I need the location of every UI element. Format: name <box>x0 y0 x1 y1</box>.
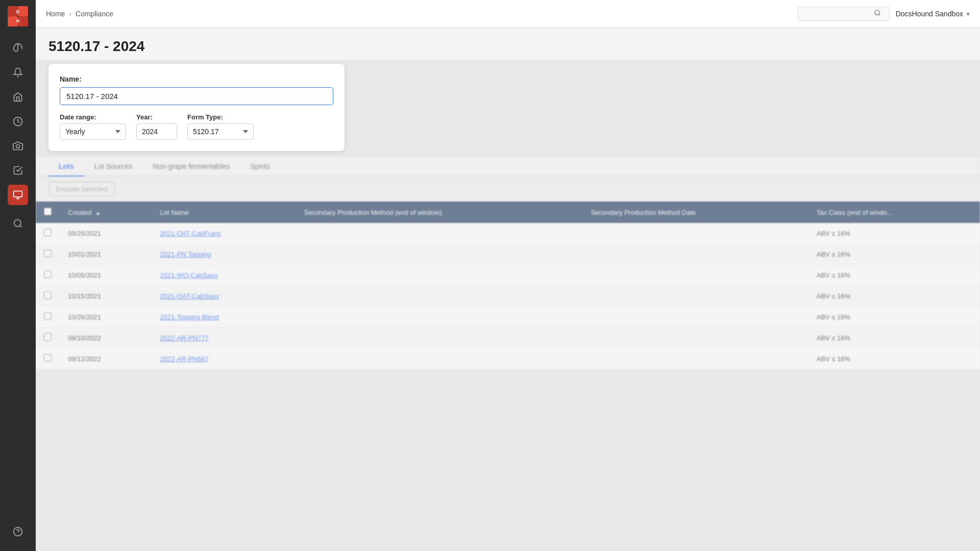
cell-created: 10/15/2021 <box>60 286 152 307</box>
breadcrumb-compliance[interactable]: Compliance <box>76 10 113 18</box>
svg-line-16 <box>878 14 880 16</box>
tab-lots[interactable]: Lots <box>48 157 84 177</box>
tab-lot-sources[interactable]: Lot Sources <box>84 157 143 177</box>
sidebar-item-clock[interactable] <box>8 111 28 132</box>
cell-tax-class: ABV ≤ 16% <box>808 328 980 348</box>
cell-created: 09/12/2022 <box>60 348 152 369</box>
lot-link[interactable]: 2021-Topping Blend <box>160 313 219 321</box>
row-checkbox[interactable] <box>44 270 52 278</box>
cell-tax-class: ABV ≤ 16% <box>808 286 980 307</box>
cell-secondary-method <box>296 265 582 286</box>
cell-secondary-method <box>296 307 582 328</box>
sidebar-item-leaf[interactable] <box>8 38 28 58</box>
sidebar-item-help[interactable] <box>8 521 28 542</box>
exclude-selected-button[interactable]: Exclude Selected <box>48 182 115 196</box>
lot-link[interactable]: 2021-WO-CabSauv <box>160 271 217 279</box>
cell-secondary-method <box>296 223 582 244</box>
sidebar-item-camera[interactable] <box>8 136 28 156</box>
cell-secondary-date <box>582 348 808 369</box>
name-label: Name: <box>60 75 333 83</box>
topnav-right: DocsHound Sandbox ▾ <box>798 7 970 21</box>
table-area: Exclude Selected Created ▲ Lot Name S <box>36 177 980 369</box>
table-row: 10/15/2021 2021-OAT-CabSauv ABV ≤ 16% <box>36 286 980 307</box>
row-checkbox[interactable] <box>44 229 52 236</box>
date-range-select[interactable]: Yearly Quarterly Monthly <box>60 123 126 140</box>
table-row: 10/05/2021 2021-WO-CabSauv ABV ≤ 16% <box>36 265 980 286</box>
sidebar-item-home[interactable] <box>8 87 28 107</box>
name-input[interactable] <box>60 87 333 105</box>
search-icon[interactable] <box>874 9 881 18</box>
table-row: 09/25/2021 2021-OAT-CabFranc ABV ≤ 16% <box>36 223 980 244</box>
header-secondary-prod-date[interactable]: Secondary Production Method Date <box>582 202 808 223</box>
select-all-checkbox[interactable] <box>44 208 52 215</box>
tabs-area: Lots Lot Sources Non-grape fermentables … <box>36 157 980 177</box>
row-checkbox[interactable] <box>44 249 52 257</box>
header-created[interactable]: Created ▲ <box>60 202 152 223</box>
header-tax-class[interactable]: Tax Class (end of windo... <box>808 202 980 223</box>
cell-lot-name: 2021-Topping Blend <box>152 307 296 328</box>
app-logo[interactable]: D H <box>7 5 29 28</box>
table-body: 09/25/2021 2021-OAT-CabFranc ABV ≤ 16% 1… <box>36 223 980 369</box>
svg-point-7 <box>16 145 20 148</box>
cell-lot-name: 2021-WO-CabSauv <box>152 265 296 286</box>
sidebar-item-report[interactable] <box>8 185 28 205</box>
svg-point-15 <box>874 10 879 15</box>
row-checkbox[interactable] <box>44 312 52 320</box>
cell-tax-class: ABV ≤ 16% <box>808 244 980 265</box>
tab-non-grape[interactable]: Non-grape fermentables <box>142 157 240 177</box>
svg-point-11 <box>14 220 21 227</box>
header-secondary-prod-method[interactable]: Secondary Production Method (end of wind… <box>296 202 582 223</box>
cell-tax-class: ABV ≤ 16% <box>808 307 980 328</box>
breadcrumb-sep1: › <box>69 10 71 18</box>
cell-secondary-date <box>582 328 808 348</box>
top-navigation: Home › Compliance DocsHound Sandbox ▾ <box>36 0 980 28</box>
search-box[interactable] <box>798 7 890 21</box>
form-type-select[interactable]: 5120.17 5120.16 5120.15 <box>187 123 254 140</box>
cell-lot-name: 2022-AR-PN777 <box>152 328 296 348</box>
table-header: Created ▲ Lot Name Secondary Production … <box>36 202 980 223</box>
year-label: Year: <box>136 113 177 121</box>
form-row: Date range: Yearly Quarterly Monthly Yea… <box>60 113 333 140</box>
row-checkbox[interactable] <box>44 354 52 362</box>
sidebar-item-search-detail[interactable] <box>8 213 28 234</box>
lot-link[interactable]: 2021-PN Topping <box>160 251 211 258</box>
year-group: Year: <box>136 113 177 140</box>
data-table: Created ▲ Lot Name Secondary Production … <box>36 202 980 369</box>
svg-text:D: D <box>16 9 20 14</box>
header-lot-name[interactable]: Lot Name <box>152 202 296 223</box>
row-checkbox[interactable] <box>44 291 52 299</box>
cell-created: 10/26/2021 <box>60 307 152 328</box>
sidebar-item-bell[interactable] <box>8 62 28 83</box>
cell-secondary-date <box>582 286 808 307</box>
cell-lot-name: 2021-PN Topping <box>152 244 296 265</box>
table-row: 09/10/2022 2022-AR-PN777 ABV ≤ 16% <box>36 328 980 348</box>
cell-tax-class: ABV ≤ 16% <box>808 265 980 286</box>
sidebar: D H <box>0 0 36 551</box>
lot-link[interactable]: 2022-AR-PN777 <box>160 334 208 342</box>
page-body: 5120.17 - 2024 Name: Date range: Yearly … <box>36 28 980 551</box>
tab-spirits[interactable]: Spirits <box>240 157 280 177</box>
lot-link[interactable]: 2022-AR-PN667 <box>160 355 208 363</box>
cell-created: 09/25/2021 <box>60 223 152 244</box>
year-input[interactable] <box>136 123 177 140</box>
page-title: 5120.17 - 2024 <box>48 38 967 55</box>
cell-tax-class: ABV ≤ 16% <box>808 348 980 369</box>
cell-secondary-method <box>296 286 582 307</box>
search-input[interactable] <box>802 10 874 18</box>
row-checkbox[interactable] <box>44 333 52 341</box>
sidebar-item-checklist[interactable] <box>8 160 28 181</box>
svg-text:H: H <box>16 18 20 23</box>
date-range-group: Date range: Yearly Quarterly Monthly <box>60 113 126 140</box>
header-checkbox <box>36 202 60 223</box>
table-row: 09/12/2022 2022-AR-PN667 ABV ≤ 16% <box>36 348 980 369</box>
cell-secondary-method <box>296 348 582 369</box>
lot-link[interactable]: 2021-OAT-CabSauv <box>160 292 219 300</box>
workspace-selector[interactable]: DocsHound Sandbox ▾ <box>896 10 970 18</box>
breadcrumb-home[interactable]: Home <box>46 10 65 18</box>
lot-link[interactable]: 2021-OAT-CabFranc <box>160 230 221 237</box>
exclude-bar: Exclude Selected <box>36 177 980 202</box>
cell-secondary-date <box>582 265 808 286</box>
date-range-label: Date range: <box>60 113 126 121</box>
cell-secondary-method <box>296 328 582 348</box>
cell-lot-name: 2021-OAT-CabSauv <box>152 286 296 307</box>
